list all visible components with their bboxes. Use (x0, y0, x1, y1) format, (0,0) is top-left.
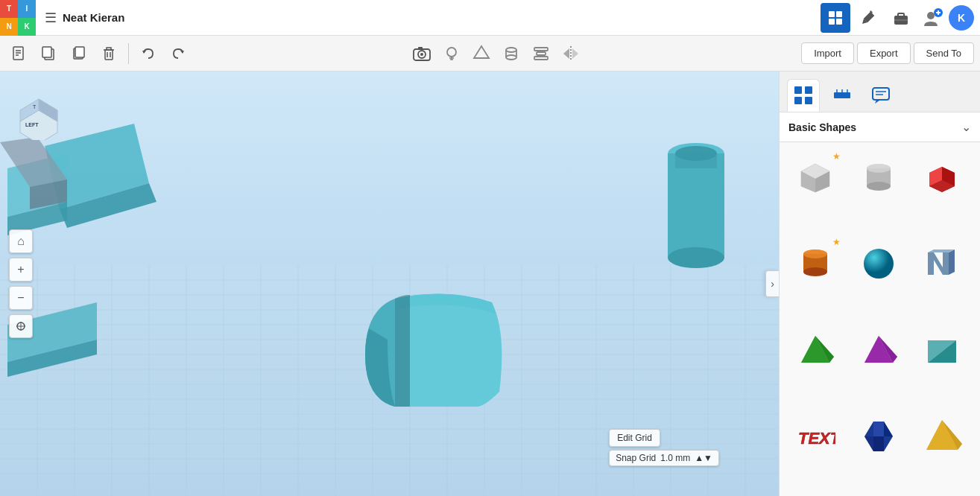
cylinder-outline-icon[interactable] (499, 42, 523, 66)
svg-rect-101 (794, 86, 802, 94)
send-to-button[interactable]: Send To (914, 42, 974, 64)
svg-point-128 (864, 249, 894, 279)
flip-icon[interactable] (559, 42, 583, 66)
shape-pyramid-green[interactable] (787, 322, 844, 378)
svg-marker-146 (873, 436, 884, 451)
shape-text-n[interactable] (914, 235, 970, 292)
svg-point-8 (927, 12, 935, 19)
hamburger-icon[interactable]: ☰ (45, 10, 57, 26)
toolbar: Import Export Send To (0, 36, 980, 71)
top-navigation: T I N K ☰ Neat Kieran (0, 0, 980, 36)
zoom-in-button[interactable]: + (9, 258, 33, 282)
toolbar-separator-1 (128, 43, 129, 64)
svg-point-29 (447, 48, 456, 57)
shape-outline-icon[interactable] (470, 42, 493, 66)
svg-marker-147 (864, 436, 873, 451)
svg-marker-42 (572, 48, 578, 59)
svg-marker-130 (949, 249, 955, 275)
svg-point-90 (668, 247, 724, 268)
undo-button[interactable] (135, 40, 162, 67)
star-badge-cylinder-orange: ★ (832, 237, 841, 247)
svg-rect-3 (836, 19, 842, 25)
delete-button[interactable] (95, 40, 122, 67)
duplicate-button[interactable] (66, 40, 92, 67)
home-view-button[interactable]: ⌂ (9, 229, 33, 253)
svg-rect-89 (668, 153, 724, 258)
import-button[interactable]: Import (801, 42, 854, 64)
svg-point-119 (867, 164, 891, 173)
shape-diamond-blue[interactable] (850, 407, 907, 464)
suitcase-icon[interactable] (886, 3, 916, 33)
tab-grid[interactable] (787, 79, 820, 112)
tab-chat[interactable] (864, 79, 897, 112)
app-logo[interactable]: T I N K (0, 0, 36, 36)
shape-pyramid-purple[interactable] (850, 322, 907, 378)
logo-cell-k: K (18, 18, 36, 36)
svg-rect-39 (534, 57, 548, 60)
svg-point-126 (803, 267, 827, 276)
shape-cylinder-orange[interactable]: ★ (787, 235, 844, 292)
view-cube[interactable]: LEFT T (9, 80, 69, 140)
snap-grid-arrows[interactable]: ▲▼ (695, 453, 712, 463)
right-panel: Basic Shapes ⌄ ★ (779, 71, 980, 496)
app-name-area: ☰ Neat Kieran (36, 10, 133, 26)
top-right-cylinder (668, 143, 724, 268)
center-tools (410, 42, 583, 66)
new-document-button[interactable] (6, 40, 33, 67)
export-button[interactable]: Export (857, 42, 911, 64)
add-user-button[interactable] (919, 4, 946, 31)
svg-marker-150 (926, 420, 962, 450)
svg-rect-105 (834, 92, 850, 98)
svg-rect-104 (805, 97, 812, 104)
shape-wedge-teal[interactable] (914, 322, 970, 378)
edit-grid-button[interactable]: Edit Grid (609, 429, 660, 447)
svg-point-28 (420, 53, 423, 56)
user-avatar[interactable]: K (949, 5, 974, 31)
tools-icon[interactable] (853, 3, 883, 33)
svg-rect-2 (829, 19, 835, 25)
camera-icon[interactable] (410, 42, 434, 66)
3d-viewport[interactable]: LEFT T ⌂ + − › Edit Grid Snap (0, 71, 779, 496)
svg-point-33 (506, 48, 516, 52)
main-area: LEFT T ⌂ + − › Edit Grid Snap (0, 71, 980, 496)
viewport-controls: ⌂ + − (9, 229, 33, 338)
app-title: Neat Kieran (63, 11, 124, 24)
shape-box-gray[interactable]: ★ (787, 150, 844, 206)
panel-tabs (780, 71, 980, 112)
svg-marker-129 (928, 252, 949, 275)
shape-sphere-teal[interactable] (850, 235, 907, 292)
svg-text:T: T (33, 104, 37, 109)
shape-pyramid-yellow[interactable] (914, 407, 970, 464)
panel-header: Basic Shapes ⌄ (780, 112, 980, 142)
svg-point-118 (867, 182, 891, 191)
svg-rect-109 (873, 88, 889, 100)
align-icon[interactable] (529, 42, 553, 66)
svg-marker-24 (180, 51, 184, 54)
zoom-out-button[interactable]: − (9, 286, 33, 310)
svg-text:LEFT: LEFT (25, 122, 39, 127)
shape-cylinder-gray[interactable] (850, 150, 907, 206)
grid-controls: Edit Grid Snap Grid 1.0 mm ▲▼ (609, 429, 719, 466)
svg-rect-102 (805, 86, 812, 94)
fit-view-button[interactable] (9, 314, 33, 338)
snap-grid-control[interactable]: Snap Grid 1.0 mm ▲▼ (609, 450, 719, 466)
panel-collapse-arrow[interactable]: › (765, 270, 779, 297)
lightbulb-icon[interactable] (440, 42, 464, 66)
svg-point-34 (506, 55, 516, 60)
logo-cell-t: T (0, 0, 18, 18)
shapes-grid: ★ (780, 142, 980, 496)
copy-button[interactable] (36, 40, 63, 67)
logo-cell-n: N (0, 18, 18, 36)
svg-rect-6 (898, 13, 904, 17)
shape-cube-red[interactable] (914, 150, 970, 206)
svg-rect-27 (418, 47, 423, 50)
grid-view-icon[interactable] (821, 3, 850, 33)
shape-text-red[interactable]: TEXT TEXT (787, 407, 844, 464)
redo-button[interactable] (165, 40, 192, 67)
svg-marker-134 (801, 336, 834, 363)
svg-rect-1 (836, 11, 842, 17)
svg-marker-137 (864, 336, 897, 363)
svg-marker-140 (928, 340, 956, 363)
tab-ruler[interactable] (826, 79, 859, 112)
shapes-dropdown-arrow[interactable]: ⌄ (961, 120, 971, 134)
